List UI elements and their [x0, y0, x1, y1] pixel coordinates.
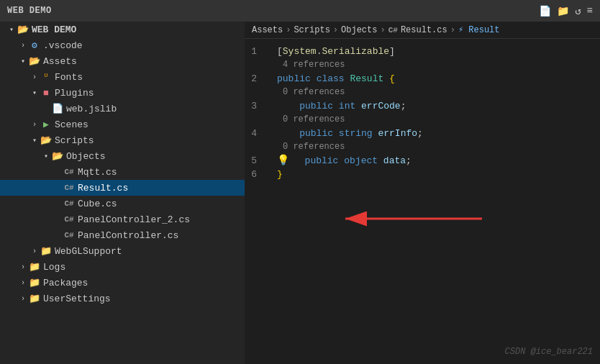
line-num-4: 4: [245, 127, 263, 140]
sidebar-item-fonts[interactable]: ᵁ Fonts: [0, 69, 245, 85]
token: class: [317, 72, 345, 86]
breadcrumb-result-class: ⚡ Result: [458, 24, 500, 35]
title-bar-icons: 📄 📁 ↺ ≡: [539, 5, 593, 17]
sidebar-item-panelcontroller[interactable]: C# PanelController.cs: [0, 227, 245, 243]
chevron-icon: [17, 261, 29, 273]
sidebar-item-scenes[interactable]: ▶ Scenes: [0, 117, 245, 132]
line-num-2: 2: [245, 72, 263, 86]
code-line-6: }: [277, 168, 600, 181]
collapse-icon[interactable]: ≡: [587, 5, 593, 17]
hint-text: 0 references: [280, 86, 345, 99]
new-folder-icon[interactable]: 📁: [557, 5, 569, 17]
token: [311, 72, 317, 86]
hint-text: 4 references: [280, 58, 345, 72]
sidebar-item-scripts[interactable]: 📂 Scripts: [0, 132, 245, 148]
sidebar-item-web-demo[interactable]: 📂 WEB DEMO: [0, 22, 245, 37]
token: public: [277, 72, 311, 86]
vscode-icon: ⚙: [29, 40, 40, 51]
code-line-5: 💡 public object data;: [277, 154, 600, 168]
folder-icon: 📁: [29, 277, 40, 288]
token: int: [339, 99, 355, 113]
editor-area: Assets › Scripts › Objects › C# Result.c…: [245, 22, 600, 364]
code-editor: 1 2 3 4 5 6 [System.Serializable]: [245, 39, 600, 364]
sidebar-item-packages[interactable]: 📁 Packages: [0, 275, 245, 291]
hint-line-4: 0 references: [277, 140, 600, 154]
chevron-icon: [17, 55, 29, 67]
sidebar-item-webglsupport[interactable]: 📁 WebGLSupport: [0, 243, 245, 259]
title-bar: WEB DEMO 📄 📁 ↺ ≡: [0, 0, 600, 22]
line-num-6: 6: [245, 168, 263, 181]
token: errCode: [361, 99, 401, 113]
token: {: [389, 72, 395, 86]
main-container: 📂 WEB DEMO ⚙ .vscode 📂 Assets ᵁ Fonts ■ …: [0, 22, 600, 364]
line-num-5: 5: [245, 154, 263, 168]
sidebar-item-mqtt[interactable]: C# Mqtt.cs: [0, 164, 245, 180]
sidebar-item-cube[interactable]: C# Cube.cs: [0, 196, 245, 211]
token: [277, 127, 299, 140]
sidebar-label: .vscode: [43, 40, 83, 51]
token: Result: [350, 72, 383, 86]
sidebar-label: WEB DEMO: [32, 24, 76, 35]
sidebar-item-logs[interactable]: 📁 Logs: [0, 259, 245, 275]
sidebar-label: Result.cs: [78, 183, 128, 194]
sidebar-item-objects[interactable]: 📂 Objects: [0, 148, 245, 164]
breadcrumb: Assets › Scripts › Objects › C# Result.c…: [245, 22, 600, 39]
hint-line-3: 0 references: [277, 113, 600, 127]
csharp-icon: C#: [63, 229, 75, 241]
sidebar-item-usersettings[interactable]: 📁 UserSettings: [0, 291, 245, 306]
token: [277, 99, 299, 113]
token: ;: [417, 127, 423, 140]
chevron-icon: [6, 24, 17, 35]
sidebar-item-panelcontroller2[interactable]: C# PanelController_2.cs: [0, 211, 245, 227]
chevron-icon: [29, 135, 40, 146]
folder-open-icon: 📂: [52, 150, 63, 162]
breadcrumb-sep3: ›: [380, 25, 385, 35]
sidebar-label: web.jslib: [66, 104, 117, 114]
token: Serializable: [322, 45, 389, 58]
token: [: [277, 45, 283, 58]
sidebar-label: PanelController.cs: [78, 230, 178, 241]
csharp-breadcrumb-icon: C#: [388, 26, 398, 35]
token: }: [277, 168, 283, 181]
font-icon: ᵁ: [40, 71, 52, 83]
breadcrumb-sep: ›: [286, 25, 291, 35]
chevron-icon: [40, 150, 52, 162]
token: public: [299, 99, 333, 113]
sidebar-label: Mqtt.cs: [78, 167, 117, 178]
token: System: [283, 45, 317, 58]
token: ]: [389, 45, 395, 58]
code-line-2: public class Result {: [277, 72, 600, 86]
folder-icon: 📂: [17, 24, 29, 35]
breadcrumb-sep2: ›: [333, 25, 338, 35]
sidebar-item-webjslib[interactable]: 📄 web.jslib: [0, 101, 245, 117]
chevron-icon: [29, 245, 40, 257]
csharp-icon: C#: [63, 166, 75, 178]
file-icon: 📄: [52, 103, 63, 114]
token: public: [305, 154, 339, 168]
refresh-icon[interactable]: ↺: [575, 5, 581, 17]
sidebar-item-assets[interactable]: 📂 Assets: [0, 53, 245, 69]
folder-icon: 📁: [29, 261, 40, 273]
editor-wrapper: 1 2 3 4 5 6 [System.Serializable]: [245, 39, 600, 364]
token: ;: [406, 154, 412, 168]
hint-text: 0 references: [280, 113, 345, 127]
token: ;: [401, 99, 406, 113]
code-content: [System.Serializable] 4 references publi…: [277, 45, 600, 358]
new-file-icon[interactable]: 📄: [539, 5, 551, 17]
token: object: [344, 154, 378, 168]
line-num-3: 3: [245, 99, 263, 113]
sidebar-label: Logs: [43, 262, 65, 273]
token: [294, 154, 305, 168]
token: data: [383, 154, 406, 168]
sidebar-label: Plugins: [55, 88, 94, 99]
sidebar-item-vscode[interactable]: ⚙ .vscode: [0, 37, 245, 53]
code-line-3: public int errCode;: [277, 99, 600, 113]
sidebar-label: Scenes: [55, 119, 88, 130]
chevron-icon: [17, 293, 29, 304]
sidebar-item-result[interactable]: C# Result.cs: [0, 180, 245, 196]
chevron-icon: [29, 71, 40, 83]
sidebar-label: PanelController_2.cs: [78, 214, 190, 225]
breadcrumb-objects: Objects: [341, 25, 377, 35]
sidebar-label: Cube.cs: [78, 199, 117, 209]
sidebar-item-plugins[interactable]: ■ Plugins: [0, 85, 245, 101]
